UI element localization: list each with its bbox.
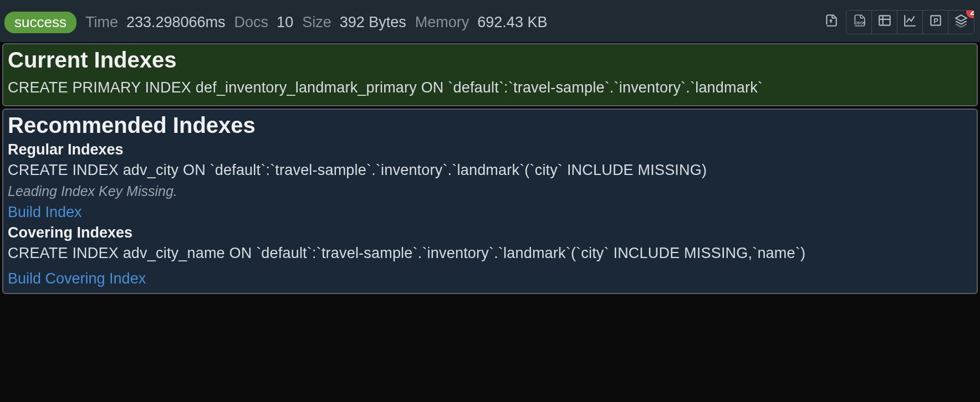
export-icon (824, 13, 838, 32)
svg-text:JSON: JSON (855, 20, 865, 24)
docs-label: Docs (234, 14, 269, 30)
time-value: 233.298066ms (126, 14, 226, 30)
current-indexes-panel: Current Indexes CREATE PRIMARY INDEX def… (2, 43, 978, 106)
chart-view-button[interactable] (897, 11, 923, 34)
memory-value: 692.43 KB (477, 14, 547, 30)
json-icon: JSON (852, 13, 866, 32)
time-label: Time (85, 14, 118, 30)
chart-icon (903, 13, 917, 32)
memory-label: Memory (415, 14, 469, 30)
export-button[interactable] (818, 11, 844, 34)
advise-button[interactable]: 2 (948, 11, 974, 34)
current-index-statement: CREATE PRIMARY INDEX def_inventory_landm… (8, 76, 972, 100)
status-badge: success (4, 12, 76, 33)
recommended-indexes-heading: Recommended Indexes (8, 113, 972, 138)
size-label: Size (302, 14, 331, 30)
svg-rect-1 (879, 16, 890, 25)
covering-indexes-subheading: Covering Indexes (8, 224, 972, 241)
docs-value: 10 (277, 14, 293, 30)
current-indexes-heading: Current Indexes (8, 48, 972, 73)
size-value: 392 Bytes (340, 14, 406, 30)
recommended-indexes-panel: Recommended Indexes Regular Indexes CREA… (2, 109, 978, 293)
build-covering-index-link[interactable]: Build Covering Index (8, 270, 146, 287)
toolbar: JSON P (818, 10, 974, 34)
layers-icon (954, 13, 968, 32)
regular-index-note: Leading Index Key Missing. (8, 183, 972, 199)
regular-indexes-subheading: Regular Indexes (8, 141, 972, 158)
regular-index-statement: CREATE INDEX adv_city ON `default`:`trav… (8, 158, 972, 182)
covering-index-statement: CREATE INDEX adv_city_name ON `default`:… (8, 241, 972, 265)
status-bar: success Time 233.298066ms Docs 10 Size 3… (0, 6, 980, 42)
svg-text:P: P (933, 17, 938, 25)
plan-view-button[interactable]: P (923, 11, 948, 34)
table-icon (877, 13, 892, 32)
json-view-button[interactable]: JSON (846, 11, 872, 34)
table-view-button[interactable] (872, 11, 897, 34)
build-index-link[interactable]: Build Index (8, 204, 82, 221)
plan-icon: P (928, 13, 943, 32)
